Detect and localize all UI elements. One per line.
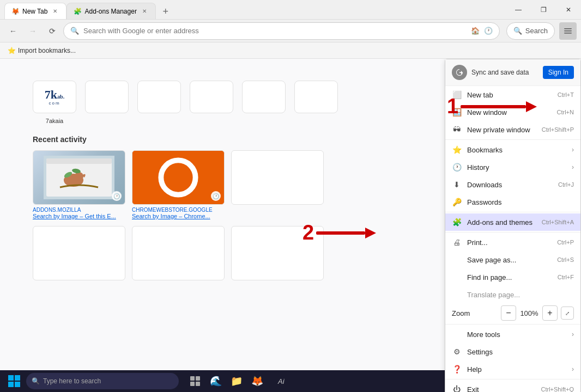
menu-item-new-tab[interactable]: ⬜ New tab Ctrl+T bbox=[445, 86, 580, 103]
taskbar-search-icon: 🔍 bbox=[32, 377, 40, 385]
menu-item-exit-label: Exit bbox=[467, 385, 535, 393]
taskbar-explorer[interactable]: 📁 bbox=[227, 371, 246, 391]
menu-item-private-shortcut: Ctrl+Shift+P bbox=[542, 126, 574, 133]
close-button[interactable]: ✕ bbox=[556, 0, 581, 20]
title-bar: 🦊 New Tab ✕ 🧩 Add-ons Manager ✕ + — ❐ ✕ bbox=[0, 0, 581, 20]
start-button[interactable] bbox=[4, 371, 24, 391]
taskbar-search[interactable]: 🔍 Type here to search bbox=[26, 373, 179, 389]
menu-header: Sync and save data Sign In bbox=[445, 59, 580, 86]
sync-text: Sync and save data bbox=[471, 69, 529, 76]
taskbar-task-view[interactable] bbox=[185, 371, 205, 391]
shortcut-3[interactable] bbox=[137, 81, 181, 124]
menu-item-more-tools-label: More tools bbox=[467, 330, 566, 339]
shortcut-6-thumb bbox=[294, 81, 338, 113]
divider-1 bbox=[445, 139, 580, 140]
menu-item-addons[interactable]: 🧩 Add-ons and themes Ctrl+Shift+A bbox=[445, 213, 580, 231]
addons-icon: 🧩 bbox=[452, 217, 462, 227]
new-window-icon: 🪟 bbox=[452, 107, 462, 117]
tab-new-tab-label: New Tab bbox=[22, 8, 47, 15]
forward-button[interactable]: → bbox=[24, 22, 41, 40]
empty-card-6 bbox=[231, 226, 324, 280]
translate-icon bbox=[452, 290, 462, 299]
minimize-button[interactable]: — bbox=[506, 0, 531, 20]
7akaia-logo-sub: com bbox=[45, 101, 64, 106]
menu-item-translate[interactable]: Translate page... bbox=[445, 286, 580, 303]
new-tab-button[interactable]: + bbox=[158, 4, 173, 19]
svg-rect-13 bbox=[15, 375, 20, 381]
empty-card-5 bbox=[132, 226, 225, 280]
menu-item-settings[interactable]: ⚙ Settings bbox=[445, 343, 580, 360]
more-tools-arrow: › bbox=[572, 330, 574, 338]
svg-rect-16 bbox=[190, 376, 195, 381]
settings-icon: ⚙ bbox=[452, 347, 462, 357]
svg-rect-18 bbox=[190, 382, 195, 386]
activity-card-2[interactable]: 🕐 CHROMEWEBSTORE.GOOGLE Search by Image … bbox=[132, 150, 225, 219]
taskbar-app-icons: 🌊 📁 🦊 bbox=[185, 371, 267, 391]
menu-item-downloads[interactable]: ⬇ Downloads Ctrl+J bbox=[445, 176, 580, 193]
back-button[interactable]: ← bbox=[4, 22, 22, 40]
menu-item-more-tools[interactable]: More tools › bbox=[445, 326, 580, 343]
menu-item-exit[interactable]: ⏻ Exit Ctrl+Shift+Q bbox=[445, 381, 580, 392]
activity-title-1[interactable]: Search by Image – Get this E... bbox=[33, 213, 125, 219]
help-icon: ❓ bbox=[452, 364, 462, 374]
menu-item-new-window[interactable]: 🪟 New window Ctrl+N bbox=[445, 103, 580, 121]
tab-addons-close[interactable]: ✕ bbox=[140, 7, 149, 16]
empty-card-4 bbox=[33, 226, 125, 280]
activity-card-5 bbox=[132, 226, 225, 280]
shortcut-4-thumb bbox=[190, 81, 233, 113]
activity-card-3 bbox=[231, 150, 324, 219]
shortcut-7akaia[interactable]: 7kab. com 7akaia bbox=[33, 81, 76, 124]
menu-item-help[interactable]: ❓ Help › bbox=[445, 360, 580, 378]
tab-new-tab-close[interactable]: ✕ bbox=[51, 7, 59, 16]
activity-title-2[interactable]: Search by Image – Chrome... bbox=[132, 213, 225, 219]
exit-icon: ⏻ bbox=[452, 384, 462, 392]
divider-2 bbox=[445, 212, 580, 212]
tab-addons[interactable]: 🧩 Add-ons Manager ✕ bbox=[66, 3, 155, 19]
restore-button[interactable]: ❐ bbox=[531, 0, 556, 20]
addon-icon: 🧩 bbox=[74, 8, 81, 15]
menu-item-passwords[interactable]: 🔑 Passwords bbox=[445, 193, 580, 211]
address-input[interactable] bbox=[83, 27, 467, 35]
menu-item-save-label: Save page as... bbox=[467, 256, 552, 264]
search-box[interactable]: 🔍 Search bbox=[506, 22, 555, 40]
home-icon[interactable]: 🏠 bbox=[471, 27, 480, 35]
menu-item-history[interactable]: 🕐 History › bbox=[445, 158, 580, 176]
help-arrow: › bbox=[572, 365, 574, 373]
menu-item-new-window-label: New window bbox=[467, 108, 552, 117]
tab-new-tab[interactable]: 🦊 New Tab ✕ bbox=[4, 3, 66, 19]
zoom-plus-button[interactable]: + bbox=[542, 305, 558, 321]
activity-card-1[interactable]: 🕐 ADDONS.MOZILLA Search by Image – Get t… bbox=[33, 150, 125, 219]
clock-icon-2: 🕐 bbox=[211, 191, 221, 201]
shortcut-5[interactable] bbox=[242, 81, 286, 124]
svg-rect-14 bbox=[8, 382, 14, 387]
svg-rect-17 bbox=[196, 376, 200, 381]
menu-item-find-shortcut: Ctrl+F bbox=[558, 274, 574, 280]
menu-item-addons-label: Add-ons and themes bbox=[467, 218, 536, 226]
menu-item-save[interactable]: Save page as... Ctrl+S bbox=[445, 251, 580, 268]
zoom-expand-button[interactable]: ⤢ bbox=[561, 307, 574, 320]
history-icon[interactable]: 🕐 bbox=[484, 27, 493, 35]
shortcut-2[interactable] bbox=[85, 81, 129, 124]
menu-item-bookmarks[interactable]: ⭐ Bookmarks › bbox=[445, 141, 580, 158]
menu-item-print[interactable]: 🖨 Print... Ctrl+P bbox=[445, 234, 580, 251]
search-box-icon: 🔍 bbox=[513, 27, 522, 35]
shortcut-4[interactable] bbox=[190, 81, 233, 124]
zoom-minus-button[interactable]: − bbox=[501, 305, 516, 321]
import-bookmarks[interactable]: ⭐ Import bookmarks... bbox=[4, 46, 79, 56]
menu-item-find[interactable]: Find in page... Ctrl+F bbox=[445, 268, 580, 286]
menu-item-help-label: Help bbox=[467, 365, 566, 373]
zoom-control: Zoom − 100% + ⤢ bbox=[445, 303, 580, 323]
menu-item-print-label: Print... bbox=[467, 238, 552, 247]
address-bar[interactable]: 🔍 🏠 🕐 bbox=[63, 22, 500, 40]
firefox-icon: 🦊 bbox=[11, 8, 19, 15]
menu-item-private-window[interactable]: 🕶 New private window Ctrl+Shift+P bbox=[445, 121, 580, 138]
sign-in-button[interactable]: Sign In bbox=[543, 66, 574, 79]
activity-source-2: CHROMEWEBSTORE.GOOGLE bbox=[132, 207, 225, 213]
taskbar-edge[interactable]: 🌊 bbox=[206, 371, 226, 391]
refresh-button[interactable]: ⟳ bbox=[44, 22, 61, 40]
firefox-menu-button[interactable] bbox=[559, 22, 577, 40]
shortcut-6[interactable] bbox=[294, 81, 338, 124]
taskbar-firefox[interactable]: 🦊 bbox=[247, 371, 267, 391]
more-tools-icon bbox=[452, 329, 462, 339]
nav-bar: ← → ⟳ 🔍 🏠 🕐 🔍 Search bbox=[0, 20, 581, 42]
